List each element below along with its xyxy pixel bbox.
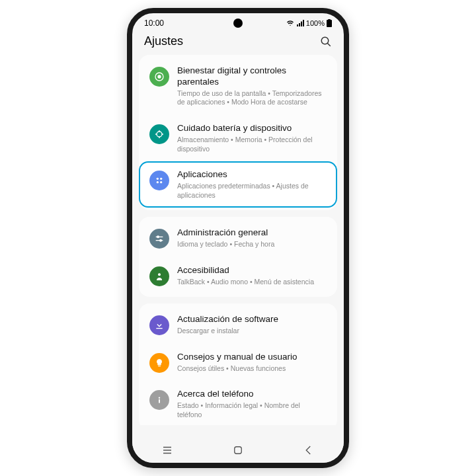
settings-item-title: Accesibilidad <box>177 265 327 276</box>
settings-item-accessibility[interactable]: AccesibilidadTalkBack • Audio mono • Men… <box>139 257 337 295</box>
settings-item-title: Aplicaciones <box>177 169 327 180</box>
settings-item-sub: TalkBack • Audio mono • Menú de asistenc… <box>177 278 327 287</box>
page-title: Ajustes <box>144 34 183 48</box>
settings-item-text: Bienestar digital y controles parentales… <box>177 65 327 107</box>
svg-point-14 <box>160 240 162 242</box>
settings-item-text: Cuidado batería y dispositivoAlmacenamie… <box>177 123 327 153</box>
signal-icon <box>296 19 304 27</box>
settings-item-digital-wellbeing[interactable]: Bienestar digital y controles parentales… <box>139 58 337 115</box>
svg-rect-16 <box>156 328 162 329</box>
apps-icon <box>149 171 169 190</box>
settings-item-sub: Estado • Información legal • Nombre del … <box>177 401 327 419</box>
settings-item-title: Acerca del teléfono <box>177 389 327 400</box>
settings-item-title: Actualización de software <box>177 314 327 325</box>
svg-rect-23 <box>235 447 242 454</box>
settings-item-sub: Consejos útiles • Nuevas funciones <box>177 364 327 374</box>
nav-bar <box>132 438 344 463</box>
settings-item-sub: Tiempo de uso de la pantalla • Temporiza… <box>177 89 327 107</box>
settings-item-title: Administración general <box>177 227 327 239</box>
settings-item-text: AccesibilidadTalkBack • Audio mono • Men… <box>177 265 327 287</box>
back-button[interactable] <box>303 444 315 456</box>
settings-item-text: AplicacionesAplicaciones predeterminadas… <box>177 169 327 200</box>
svg-rect-19 <box>159 399 160 403</box>
svg-point-7 <box>157 178 159 180</box>
settings-item-title: Cuidado batería y dispositivo <box>177 123 327 134</box>
svg-point-6 <box>157 132 162 137</box>
search-icon[interactable] <box>320 36 332 48</box>
svg-rect-17 <box>158 366 161 366</box>
settings-item-general[interactable]: Administración generalIdioma y teclado •… <box>139 219 337 257</box>
settings-item-tips[interactable]: Consejos y manual de usuarioConsejos úti… <box>139 344 337 381</box>
download-icon <box>149 315 169 335</box>
bulb-icon <box>149 353 169 373</box>
svg-point-18 <box>159 397 160 399</box>
svg-point-5 <box>157 75 161 78</box>
settings-item-software-update[interactable]: Actualización de softwareDescargar e ins… <box>139 306 337 344</box>
settings-item-text: Administración generalIdioma y teclado •… <box>177 227 327 249</box>
settings-item-sub: Descargar e instalar <box>177 327 327 336</box>
settings-group: Administración generalIdioma y teclado •… <box>139 217 337 297</box>
sliders-icon <box>149 229 169 249</box>
svg-point-9 <box>157 181 159 183</box>
settings-item-apps[interactable]: AplicacionesAplicaciones predeterminadas… <box>139 161 337 208</box>
battery-icon <box>327 19 332 27</box>
info-icon <box>149 390 169 410</box>
phone-frame: 10:00 100% Ajustes Bienestar digital y c… <box>127 8 349 468</box>
target-icon <box>149 67 169 87</box>
status-time: 10:00 <box>144 19 164 28</box>
settings-item-text: Actualización de softwareDescargar e ins… <box>177 314 327 336</box>
settings-item-device-care[interactable]: Cuidado batería y dispositivoAlmacenamie… <box>139 115 337 161</box>
person-icon <box>149 266 169 286</box>
svg-point-2 <box>321 37 329 44</box>
recents-button[interactable] <box>161 444 173 456</box>
svg-point-10 <box>160 181 162 183</box>
svg-line-3 <box>327 43 331 46</box>
settings-item-title: Consejos y manual de usuario <box>177 352 327 363</box>
settings-item-sub: Idioma y teclado • Fecha y hora <box>177 240 327 249</box>
svg-rect-0 <box>327 20 332 27</box>
settings-list[interactable]: Bienestar digital y controles parentales… <box>132 55 344 425</box>
settings-item-text: Consejos y manual de usuarioConsejos úti… <box>177 352 327 374</box>
header: Ajustes <box>132 30 344 55</box>
settings-group: Bienestar digital y controles parentales… <box>139 55 337 210</box>
camera-notch <box>233 19 243 28</box>
settings-item-sub: Aplicaciones predeterminadas • Ajustes d… <box>177 182 327 200</box>
svg-point-8 <box>160 178 162 180</box>
svg-rect-1 <box>328 19 331 20</box>
status-battery: 100% <box>306 19 325 27</box>
settings-item-sub: Almacenamiento • Memoria • Protección de… <box>177 136 327 153</box>
home-button[interactable] <box>232 444 244 456</box>
svg-point-13 <box>157 236 159 238</box>
care-icon <box>149 124 169 144</box>
svg-point-15 <box>158 273 161 276</box>
settings-group: Actualización de softwareDescargar e ins… <box>139 303 337 425</box>
status-right: 100% <box>286 19 332 27</box>
settings-item-title: Bienestar digital y controles parentales <box>177 65 327 88</box>
settings-item-text: Acerca del teléfonoEstado • Información … <box>177 389 327 419</box>
wifi-icon <box>286 19 294 27</box>
settings-item-about[interactable]: Acerca del teléfonoEstado • Información … <box>139 381 337 425</box>
